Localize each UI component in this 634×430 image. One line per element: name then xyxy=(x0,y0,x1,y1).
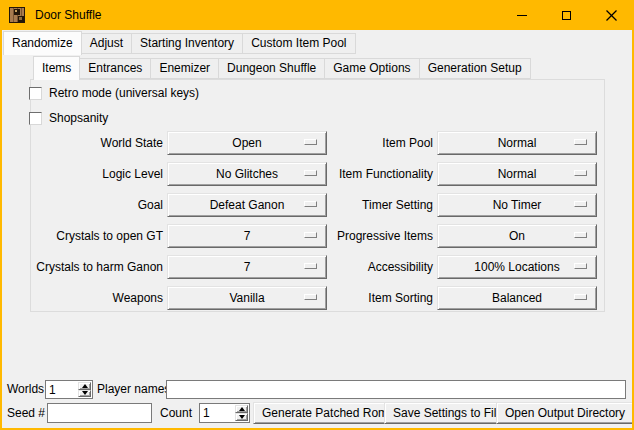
dropdown-indicator-icon xyxy=(304,201,317,207)
item-sorting-dropdown[interactable]: Balanced xyxy=(437,286,597,310)
world-state-label: World State xyxy=(30,131,163,155)
accessibility-value: 100% Locations xyxy=(474,260,559,274)
minimize-button[interactable] xyxy=(499,0,544,30)
logic-level-value: No Glitches xyxy=(216,167,278,181)
retro-mode-checkbox[interactable] xyxy=(29,87,42,100)
shopsanity-checkbox[interactable] xyxy=(29,112,42,125)
player-names-input[interactable] xyxy=(166,380,626,399)
timer-setting-dropdown[interactable]: No Timer xyxy=(437,193,597,217)
generate-patched-rom-button[interactable]: Generate Patched Rom xyxy=(253,402,397,424)
open-output-directory-button[interactable]: Open Output Directory xyxy=(496,402,634,424)
dropdown-indicator-icon xyxy=(574,263,587,269)
worlds-value: 1 xyxy=(49,381,77,398)
tab-custom-item-pool[interactable]: Custom Item Pool xyxy=(242,33,355,54)
tab-game-options[interactable]: Game Options xyxy=(324,58,419,79)
weapons-dropdown[interactable]: Vanilla xyxy=(167,286,327,310)
tab-randomize[interactable]: Randomize xyxy=(3,31,82,55)
count-label: Count xyxy=(160,402,192,424)
tab-items[interactable]: Items xyxy=(33,56,80,80)
dropdown-indicator-icon xyxy=(304,294,317,300)
tab-entrances[interactable]: Entrances xyxy=(79,58,151,79)
item-sorting-label: Item Sorting xyxy=(330,286,433,310)
item-pool-dropdown[interactable]: Normal xyxy=(437,131,597,155)
tab-enemizer[interactable]: Enemizer xyxy=(150,58,219,79)
spin-down-button[interactable] xyxy=(78,390,91,398)
worlds-label: Worlds xyxy=(7,380,44,399)
outer-tab-bar: Randomize Adjust Starting Inventory Cust… xyxy=(3,31,356,54)
worlds-spinbox[interactable]: 1 xyxy=(45,380,93,399)
window-title: Door Shuffle xyxy=(35,8,102,22)
count-spin-buttons xyxy=(235,405,248,421)
spin-down-icon xyxy=(82,391,88,395)
crystals-ganon-label: Crystals to harm Ganon xyxy=(30,255,163,279)
dropdown-indicator-icon xyxy=(304,232,317,238)
weapons-label: Weapons xyxy=(30,286,163,310)
spin-up-icon xyxy=(82,384,88,388)
retro-mode-checkbox-row[interactable]: Retro mode (universal keys) xyxy=(29,86,199,100)
accessibility-label: Accessibility xyxy=(330,255,433,279)
inner-tab-bar: Items Entrances Enemizer Dungeon Shuffle… xyxy=(33,56,531,79)
item-functionality-label: Item Functionality xyxy=(330,162,433,186)
accessibility-dropdown[interactable]: 100% Locations xyxy=(437,255,597,279)
item-functionality-value: Normal xyxy=(498,167,537,181)
progressive-items-label: Progressive Items xyxy=(330,224,433,248)
dropdown-indicator-icon xyxy=(574,232,587,238)
spin-up-icon xyxy=(239,407,245,411)
item-pool-value: Normal xyxy=(498,136,537,150)
maximize-button[interactable] xyxy=(544,0,589,30)
close-icon xyxy=(606,10,617,21)
logic-level-dropdown[interactable]: No Glitches xyxy=(167,162,327,186)
count-spinbox[interactable]: 1 xyxy=(199,403,250,423)
item-sorting-value: Balanced xyxy=(492,291,542,305)
count-value: 1 xyxy=(203,404,234,422)
dropdown-indicator-icon xyxy=(574,170,587,176)
crystals-gt-label: Crystals to open GT xyxy=(30,224,163,248)
dropdown-indicator-icon xyxy=(574,294,587,300)
tab-starting-inventory[interactable]: Starting Inventory xyxy=(131,33,243,54)
tab-generation-setup[interactable]: Generation Setup xyxy=(419,58,531,79)
titlebar: Door Shuffle xyxy=(0,0,634,30)
door-shuffle-window: Door Shuffle Randomize Adjust Starting I… xyxy=(0,0,634,430)
tab-adjust[interactable]: Adjust xyxy=(81,33,132,54)
progressive-items-value: On xyxy=(509,229,525,243)
shopsanity-label: Shopsanity xyxy=(49,111,108,125)
item-functionality-dropdown[interactable]: Normal xyxy=(437,162,597,186)
spin-up-button[interactable] xyxy=(235,405,248,413)
player-names-label: Player names xyxy=(97,380,170,399)
goal-dropdown[interactable]: Defeat Ganon xyxy=(167,193,327,217)
logic-level-label: Logic Level xyxy=(30,162,163,186)
close-button[interactable] xyxy=(589,0,634,30)
crystals-ganon-value: 7 xyxy=(244,260,251,274)
timer-setting-label: Timer Setting xyxy=(330,193,433,217)
item-pool-label: Item Pool xyxy=(330,131,433,155)
shopsanity-checkbox-row[interactable]: Shopsanity xyxy=(29,111,108,125)
spin-up-button[interactable] xyxy=(78,382,91,390)
world-state-dropdown[interactable]: Open xyxy=(167,131,327,155)
spin-down-button[interactable] xyxy=(235,413,248,421)
minimize-icon xyxy=(517,15,527,16)
retro-mode-label: Retro mode (universal keys) xyxy=(49,86,199,100)
worlds-spin-buttons xyxy=(78,382,91,397)
crystals-gt-dropdown[interactable]: 7 xyxy=(167,224,327,248)
spin-down-icon xyxy=(239,415,245,419)
dropdown-indicator-icon xyxy=(574,201,587,207)
seed-label: Seed # xyxy=(7,402,45,424)
door-icon xyxy=(9,7,25,23)
maximize-icon xyxy=(562,11,571,20)
goal-value: Defeat Ganon xyxy=(210,198,285,212)
save-settings-button[interactable]: Save Settings to File xyxy=(384,402,512,424)
crystals-ganon-dropdown[interactable]: 7 xyxy=(167,255,327,279)
goal-label: Goal xyxy=(30,193,163,217)
seed-input[interactable] xyxy=(47,403,152,423)
dropdown-indicator-icon xyxy=(304,139,317,145)
world-state-value: Open xyxy=(232,136,261,150)
dropdown-indicator-icon xyxy=(304,170,317,176)
tab-dungeon-shuffle[interactable]: Dungeon Shuffle xyxy=(218,58,325,79)
dropdown-indicator-icon xyxy=(574,139,587,145)
timer-setting-value: No Timer xyxy=(493,198,542,212)
weapons-value: Vanilla xyxy=(229,291,264,305)
window-controls xyxy=(499,0,634,30)
crystals-gt-value: 7 xyxy=(244,229,251,243)
dropdown-indicator-icon xyxy=(304,263,317,269)
progressive-items-dropdown[interactable]: On xyxy=(437,224,597,248)
